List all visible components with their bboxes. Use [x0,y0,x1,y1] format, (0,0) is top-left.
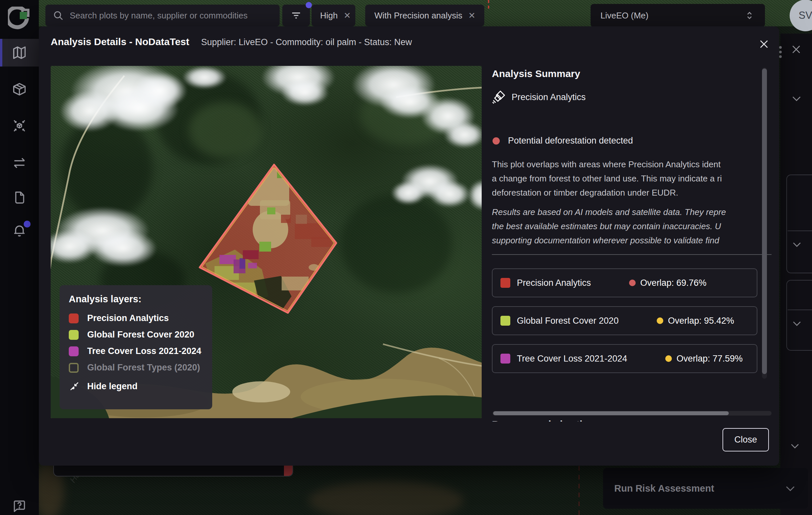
sidebar-item-notifications[interactable] [0,217,39,244]
layer-swatch [500,278,510,288]
hide-legend-button[interactable]: Hide legend [69,381,203,392]
section-divider [492,254,772,255]
legend-swatch [69,346,79,356]
legend-swatch [69,330,79,340]
status-dot [493,137,500,144]
vertical-scrollbar-thumb[interactable] [762,69,767,374]
search-placeholder: Search plots by name, supplier or commod… [70,10,248,21]
avatar-initials: SV [799,9,812,21]
run-risk-label: Run Risk Assessment [614,483,714,494]
legend-item-disabled[interactable]: Global Forest Types (2020) [69,362,203,373]
overlap-value: Overlap: 69.76% [629,278,706,288]
chevron-down-icon [784,482,797,495]
account-selector-value: LiveEO (Me) [601,10,648,21]
close-button[interactable]: Close [723,428,769,452]
cloud [429,181,470,208]
legend-swatch-outline [69,363,79,373]
filter-chip-high[interactable]: High ✕ [312,5,355,26]
accordion-chevron-icon[interactable] [789,440,801,452]
legend-item[interactable]: Precision Analytics [69,313,203,323]
app-screen: Hari mapbox Run Risk Assessment [0,0,812,515]
analysis-map[interactable]: Analysis layers: Precision Analytics Glo… [51,66,482,418]
filter-chip-precision[interactable]: With Precision analysis ✕ [365,5,484,26]
divider [788,309,812,310]
transfer-arrows-icon [12,156,27,170]
sidebar-item-help[interactable] [0,492,39,515]
accordion-chevron-icon[interactable] [791,318,803,329]
accordion-card [786,174,812,273]
modal-title: Analysis Details - NoDataTest [51,36,189,48]
modal-close-icon[interactable] [758,38,770,50]
package-icon [12,82,27,97]
layer-label: Tree Cover Loss 2021-2024 [517,354,627,364]
run-risk-assessment-button[interactable]: Run Risk Assessment [603,468,808,509]
overlap-value: Overlap: 77.59% [665,354,743,364]
panel-chevron-down-icon[interactable] [790,92,803,105]
analysis-type-label: Precision Analytics [512,92,586,102]
legend-item-label: Global Forest Cover 2020 [87,330,195,340]
description-line: deforestation or timber degradation unde… [492,186,722,200]
overlap-dot [657,318,663,324]
summary-disclaimer: Results are based on AI models and satel… [492,205,726,248]
account-selector[interactable]: LiveEO (Me) [590,4,765,27]
liveeo-logo[interactable] [8,7,31,30]
summary-description: This plot overlaps with areas where Prec… [492,157,722,200]
analysis-layers-legend: Analysis layers: Precision Analytics Glo… [60,285,212,409]
chip-label: High [320,10,338,21]
filter-badge-dot [306,2,312,8]
kebab-menu-icon [779,46,782,61]
select-chevrons-icon [744,10,755,21]
sidebar-nav [0,0,39,515]
scan-cube-icon [12,118,27,133]
filter-button[interactable] [282,5,310,26]
actions-heading: Recommended actions [492,419,600,422]
chip-remove-icon[interactable]: ✕ [468,10,475,21]
breakdown-card-tree-cover-loss[interactable]: Tree Cover Loss 2021-2024 Overlap: 77.59… [492,344,757,373]
disclaimer-line: the best available estimates but may con… [492,219,726,234]
legend-item[interactable]: Tree Cover Loss 2021-2024 [69,346,203,356]
layer-label: Precision Analytics [517,278,591,288]
modal-subtitle: Supplier: LiveEO - Commodity: oil palm -… [201,37,412,48]
accordion-card [786,280,812,351]
summary-heading: Analysis Summary [492,68,580,79]
document-icon [12,190,27,205]
analysis-type-row: Precision Analytics [492,89,586,105]
status-label: Potential deforestation detected [508,136,633,146]
legend-item-label: Precision Analytics [87,313,169,323]
panel-close-icon[interactable] [790,44,802,55]
horizontal-scrollbar-thumb[interactable] [493,411,729,415]
vertical-scrollbar[interactable] [762,67,767,379]
sidebar-item-transfers[interactable] [0,149,39,177]
collapse-arrows-icon [69,381,80,392]
filter-icon [290,9,302,21]
cloud [133,73,187,109]
accordion-chevron-icon[interactable] [791,238,803,250]
cloud [89,230,157,267]
chip-label: With Precision analysis [374,10,462,21]
cloud [281,79,329,106]
layer-swatch [500,316,510,326]
sidebar-item-plots[interactable] [0,75,39,103]
divider [788,231,812,231]
satellite-icon [492,89,507,105]
notification-badge-dot [24,221,31,227]
search-icon [53,10,64,21]
overlap-dot [629,279,636,286]
legend-title: Analysis layers: [69,294,203,305]
legend-item[interactable]: Global Forest Cover 2020 [69,330,203,340]
avatar[interactable]: SV [790,0,812,31]
legend-item-label: Tree Cover Loss 2021-2024 [87,346,201,356]
sidebar-item-documents[interactable] [0,184,39,211]
breakdown-card-forest-cover[interactable]: Global Forest Cover 2020 Overlap: 95.42% [492,306,757,335]
search-bar[interactable]: Search plots by name, supplier or commod… [46,5,280,26]
description-line: a change from forest to other land use. … [492,171,722,186]
cloud [60,90,119,132]
overlap-dot [665,355,672,362]
sidebar-item-analysis[interactable] [0,112,39,140]
chip-remove-icon[interactable]: ✕ [344,10,351,21]
hide-legend-label: Hide legend [87,381,138,391]
description-line: This plot overlaps with areas where Prec… [492,157,722,171]
horizontal-scrollbar[interactable] [493,411,772,415]
breakdown-card-precision[interactable]: Precision Analytics Overlap: 69.76% [492,268,757,297]
sidebar-item-map[interactable] [0,39,39,66]
